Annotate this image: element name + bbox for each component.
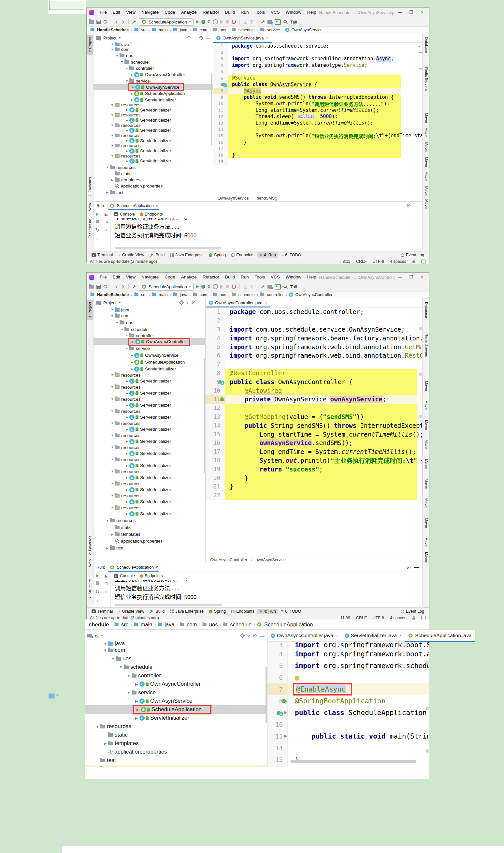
statusbar-item-spring[interactable]: Spring — [206, 609, 228, 614]
menu-item-window[interactable]: Window — [283, 8, 304, 17]
menu-item-tools[interactable]: Tools — [252, 8, 268, 17]
menu-item-view[interactable]: View — [123, 8, 139, 17]
tree-chevron-icon[interactable]: ▶ — [133, 716, 140, 720]
tree-chevron-icon[interactable]: ▼ — [118, 665, 124, 669]
tree-chevron-icon[interactable]: ▶ — [130, 85, 135, 89]
tree-chevron-icon[interactable]: ▶ — [133, 699, 140, 703]
run-button[interactable] — [196, 285, 199, 289]
tree-chevron-icon[interactable]: ▼ — [110, 470, 115, 473]
class-badge-icon[interactable]: c — [220, 381, 224, 385]
tree-chevron-icon[interactable]: ▶ — [129, 73, 134, 76]
toolwindow-tab-maven[interactable]: Maven — [424, 379, 429, 391]
code-editor[interactable]: 3import org.springframework.boot.SpringA… — [268, 642, 429, 767]
toolwindow-tab-7-structure[interactable]: 7: Structure — [87, 577, 93, 600]
console-tab-console[interactable]: ▸Console — [114, 574, 135, 578]
tree-row[interactable]: ▶cServletInitializer — [93, 366, 205, 372]
back-icon[interactable] — [114, 285, 119, 289]
menu-item-analyze[interactable]: Analyze — [178, 273, 200, 282]
tree-chevron-icon[interactable]: ▼ — [110, 48, 115, 51]
breadcrumb-item[interactable]: uos — [212, 292, 227, 297]
tree-row[interactable]: ▶templates — [93, 177, 213, 183]
menu-item-refactor[interactable]: Refactor — [200, 273, 222, 282]
menu-item-window[interactable]: Window — [283, 273, 304, 282]
toolwindow-tab-1-project[interactable]: 1: Project — [87, 300, 93, 320]
forward-icon[interactable] — [121, 20, 125, 24]
expand-icon[interactable]: » — [105, 228, 107, 232]
breadcrumb-item[interactable]: com — [193, 28, 208, 33]
toolwindow-tab-web[interactable]: Web — [87, 201, 93, 213]
restart-stop-icon[interactable] — [231, 284, 236, 289]
toolwindow-tab-maven[interactable]: Maven — [424, 184, 429, 197]
editor-breadcrumb-class[interactable]: OwnAsyncController — [210, 558, 247, 562]
tree-row[interactable]: ▶templates — [85, 739, 267, 748]
close-tab-icon[interactable]: × — [156, 565, 158, 570]
code-editor[interactable]: 1package com.uos.schedule.service;23impo… — [213, 43, 422, 195]
tree-chevron-icon[interactable]: ▼ — [110, 410, 115, 413]
tree-chevron-icon[interactable]: ▼ — [110, 482, 115, 485]
tree-row[interactable]: ▶cServletInitializer — [93, 474, 205, 481]
project-structure-icon[interactable] — [268, 20, 272, 24]
tree-chevron-icon[interactable]: ▶ — [129, 92, 134, 95]
editor-hscrollbar[interactable] — [290, 760, 416, 763]
toolwindow-tab-maven[interactable]: Maven — [424, 140, 429, 153]
close-tab-icon[interactable]: × — [265, 301, 267, 304]
tree-chevron-icon[interactable]: ▶ — [124, 440, 129, 443]
tree-chevron-icon[interactable]: ▶ — [124, 149, 129, 153]
statusbar-item-4-run[interactable]: 4: Run — [257, 609, 278, 614]
tree-row[interactable]: ▶ScheduleApplication — [85, 705, 267, 714]
run-class-icon[interactable] — [284, 711, 287, 714]
tree-scrollbar[interactable] — [204, 358, 205, 473]
restore-button[interactable]: ❐ — [406, 8, 417, 17]
tree-row[interactable]: ▶cServletInitializer — [93, 438, 205, 445]
statusbar-item-6-todo[interactable]: ≡6: TODO — [279, 253, 304, 258]
gear-icon[interactable] — [199, 36, 203, 40]
statusbar-item-event-log[interactable]: Event Log — [398, 609, 427, 614]
tree-chevron-icon[interactable]: ▼ — [110, 314, 115, 318]
intention-bulb-icon[interactable] — [295, 676, 299, 680]
breadcrumb-item[interactable]: uos — [212, 28, 227, 33]
toolwindow-tab-2-favorites[interactable]: 2: Favorites — [87, 534, 93, 557]
tree-chevron-icon[interactable]: ▼ — [124, 79, 129, 83]
play-gutter-icon[interactable] — [284, 735, 287, 738]
tree-row[interactable]: ▶cServletInitializer — [93, 486, 205, 493]
forward-icon[interactable] — [121, 285, 125, 289]
tree-row[interactable]: ▼service — [93, 345, 205, 352]
caret-position[interactable]: 8:11 — [342, 259, 350, 264]
tree-row[interactable]: ▶cOwnAsynService — [85, 697, 267, 705]
toolwindow-tab-maven[interactable]: Maven — [424, 125, 429, 138]
console-tab-endpoints[interactable]: Endpoints — [140, 212, 163, 216]
tree-chevron-icon[interactable]: ▶ — [124, 139, 129, 142]
locate-file-icon[interactable] — [187, 36, 191, 40]
menu-item-build[interactable]: Build — [222, 273, 238, 282]
toolwindow-tab-maven[interactable]: Maven — [424, 550, 429, 565]
leafsearch-gutter-icon[interactable] — [282, 699, 287, 704]
tree-chevron-icon[interactable]: ▼ — [110, 134, 115, 137]
readonly-lock-icon[interactable] — [412, 260, 415, 263]
tree-row[interactable]: ▶cServletInitializer — [93, 462, 205, 469]
console-output[interactable]: 主业务执行消耗完成时间： 0调用短信验证业务方法......短信业务执行消耗完成… — [111, 218, 422, 246]
tree-row[interactable]: ▼resources — [93, 397, 205, 402]
save-all-icon[interactable] — [96, 20, 101, 24]
breadcrumb-item[interactable]: HandleSchedule — [90, 292, 129, 297]
console-output[interactable]: 主业务执行消耗完成时间： 0调用短信验证业务方法......短信业务执行消耗完成… — [111, 580, 422, 603]
run-anything-icon[interactable] — [275, 284, 281, 290]
menu-item-help[interactable]: Help — [304, 8, 319, 17]
close-tab-icon[interactable]: × — [266, 36, 268, 40]
menu-item-file[interactable]: File — [97, 273, 110, 282]
debug-button[interactable] — [201, 285, 205, 289]
tree-chevron-icon[interactable]: ▶ — [124, 488, 129, 491]
tree-chevron-icon[interactable]: ▶ — [124, 476, 129, 479]
leafplay-gutter-icon[interactable]: c — [276, 710, 287, 716]
editor-breadcrumb-member[interactable]: ownAsynService — [256, 558, 286, 562]
soft-wrap-icon[interactable]: ⇅ — [105, 581, 107, 586]
tree-chevron-icon[interactable]: ▼ — [110, 446, 115, 449]
build-icon[interactable] — [149, 609, 154, 614]
tree-row[interactable]: application.properties — [93, 538, 205, 544]
tree-row[interactable]: ▶cServletInitializer — [93, 378, 205, 384]
tree-chevron-icon[interactable]: ▶ — [130, 340, 135, 343]
toolwindow-tab-maven[interactable]: Maven — [424, 438, 429, 450]
tree-chevron-icon[interactable]: ▶ — [124, 500, 129, 503]
tree-chevron-icon[interactable]: ▼ — [124, 347, 129, 350]
build-icon[interactable] — [132, 284, 137, 289]
class-badge-icon[interactable]: c — [223, 83, 228, 87]
